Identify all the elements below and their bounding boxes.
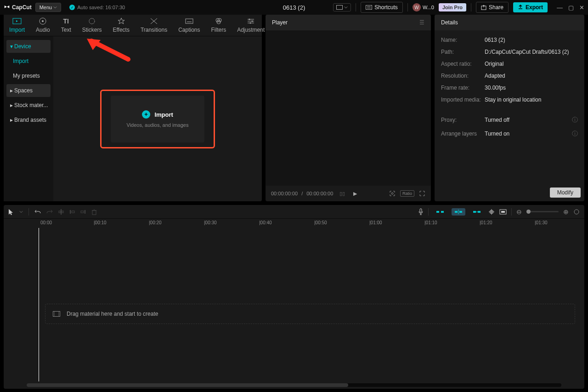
- help-icon[interactable]: ⓘ: [572, 130, 578, 138]
- caret-down-icon: ▾: [10, 43, 13, 50]
- compare-icon[interactable]: ▯▯: [339, 191, 345, 197]
- sidebar-presets[interactable]: My presets: [6, 69, 51, 82]
- divider: [407, 3, 408, 11]
- menu-button[interactable]: Menu: [35, 3, 62, 12]
- delete-button[interactable]: [91, 209, 97, 215]
- ratio-button[interactable]: Ratio: [400, 190, 414, 197]
- svg-rect-29: [455, 211, 458, 213]
- export-button[interactable]: Export: [513, 2, 548, 12]
- tab-adjustment[interactable]: Adjustment: [232, 15, 270, 36]
- undo-button[interactable]: [34, 209, 41, 215]
- autosave-status: ✓ Auto saved: 16:07:30: [69, 5, 125, 10]
- details-panel: Details Name:0613 (2) Path:D:/CapCut/Cap…: [435, 15, 584, 201]
- text-icon: TI: [62, 17, 71, 25]
- stickers-icon: [87, 17, 96, 25]
- linkage[interactable]: [470, 209, 484, 215]
- detail-arrange-value: Turned on: [485, 131, 572, 137]
- detail-aspect-label: Aspect ratio:: [441, 61, 485, 67]
- share-icon: [481, 5, 486, 10]
- split-button[interactable]: [58, 209, 64, 215]
- timeline-toolbar: ⊖ ⊕: [4, 205, 584, 219]
- effects-icon: [117, 17, 126, 25]
- svg-rect-22: [72, 211, 74, 213]
- tab-audio[interactable]: Audio: [30, 15, 56, 36]
- avatar: W: [413, 3, 421, 11]
- detail-name-label: Name:: [441, 37, 485, 43]
- audio-icon: [38, 17, 47, 25]
- sidebar-brand[interactable]: ▸Brand assets: [6, 114, 51, 126]
- join-pro-button[interactable]: Join Pro: [439, 3, 466, 11]
- main-track-magnet[interactable]: [433, 209, 447, 215]
- close-button[interactable]: ✕: [579, 4, 584, 11]
- tab-transitions[interactable]: Transitions: [135, 15, 173, 36]
- clip-preview[interactable]: [499, 209, 507, 215]
- hamburger-icon[interactable]: ☰: [419, 19, 424, 26]
- project-title: 0613 (2): [283, 4, 305, 11]
- tab-filters[interactable]: Filters: [206, 15, 232, 36]
- focus-icon[interactable]: [389, 190, 396, 197]
- details-header: Details: [435, 15, 584, 30]
- cursor-tool[interactable]: [8, 209, 14, 215]
- modify-button[interactable]: Modify: [550, 187, 581, 198]
- redo-button[interactable]: [46, 209, 53, 215]
- scrollbar-thumb[interactable]: [27, 383, 348, 387]
- media-content: + Import Videos, audios, and images: [53, 36, 262, 201]
- timeline-panel: ⊖ ⊕ 00:00 |00:10 |00:20 |00:30 |00:40 |0…: [4, 205, 584, 389]
- zoom-in[interactable]: ⊕: [563, 208, 569, 216]
- sidebar-stock[interactable]: ▸Stock mater...: [6, 99, 51, 112]
- zoom-fit[interactable]: [573, 209, 580, 215]
- annotation-arrow-icon: [85, 39, 130, 66]
- user-badge[interactable]: W W...0: [413, 3, 434, 11]
- detail-aspect-value: Original: [485, 61, 578, 67]
- fullscreen-icon[interactable]: [419, 190, 425, 197]
- svg-rect-32: [478, 211, 481, 213]
- svg-point-17: [391, 193, 393, 194]
- cursor-dropdown[interactable]: [19, 210, 23, 214]
- sidebar-device[interactable]: ▾Device: [6, 40, 51, 53]
- timeline-ruler[interactable]: 00:00 |00:10 |00:20 |00:30 |00:40 |00:50…: [4, 219, 584, 228]
- preview-axis[interactable]: [488, 209, 495, 215]
- tab-captions[interactable]: Captions: [173, 15, 205, 36]
- maximize-button[interactable]: ▢: [568, 4, 574, 11]
- help-icon[interactable]: ⓘ: [572, 116, 578, 124]
- svg-rect-3: [367, 8, 371, 8]
- sidebar-spaces[interactable]: ▸Spaces: [6, 84, 51, 97]
- auto-snap[interactable]: [452, 208, 465, 216]
- tab-stickers[interactable]: Stickers: [77, 15, 107, 36]
- timeline-tracks[interactable]: Drag material here and start to create: [4, 228, 584, 381]
- svg-rect-36: [53, 312, 60, 317]
- tab-text[interactable]: TI Text: [56, 15, 77, 36]
- sidebar-import[interactable]: Import: [6, 55, 51, 68]
- titlebar: CapCut Menu ✓ Auto saved: 16:07:30 0613 …: [0, 0, 588, 15]
- import-dropzone[interactable]: + Import Videos, audios, and images: [100, 90, 215, 148]
- mic-button[interactable]: [418, 208, 424, 216]
- import-icon: [12, 17, 22, 25]
- svg-rect-23: [85, 210, 85, 214]
- shortcuts-button[interactable]: Shortcuts: [361, 2, 403, 13]
- aspect-ratio-button[interactable]: [333, 3, 351, 11]
- zoom-slider[interactable]: [526, 211, 559, 212]
- right-trim-button[interactable]: [80, 209, 86, 215]
- chevron-down-icon: [53, 6, 57, 9]
- tab-effects[interactable]: Effects: [107, 15, 135, 36]
- playhead[interactable]: [39, 228, 39, 381]
- svg-rect-34: [501, 211, 505, 213]
- player-controls: 00:00:00:00 / 00:00:00:00 ▯▯ ▶ Ratio: [266, 186, 431, 201]
- left-trim-button[interactable]: [69, 209, 75, 215]
- svg-rect-20: [62, 211, 63, 213]
- export-icon: [518, 5, 523, 10]
- captions-icon: [185, 17, 194, 25]
- play-button[interactable]: ▶: [353, 191, 357, 197]
- media-sidebar: ▾Device Import My presets ▸Spaces ▸Stock…: [4, 36, 53, 201]
- minimize-button[interactable]: —: [557, 4, 563, 11]
- time-current: 00:00:00:00: [271, 191, 298, 196]
- share-button[interactable]: Share: [476, 2, 509, 13]
- tab-import[interactable]: Import: [4, 15, 30, 36]
- svg-rect-10: [187, 22, 192, 22]
- zoom-out[interactable]: ⊖: [516, 208, 522, 216]
- horizontal-scrollbar[interactable]: [27, 383, 561, 387]
- track-placeholder[interactable]: Drag material here and start to create: [45, 304, 575, 324]
- player-panel: Player ☰ 00:00:00:00 / 00:00:00:00 ▯▯ ▶ …: [266, 15, 431, 201]
- detail-framerate-value: 30.00fps: [485, 85, 578, 91]
- divider: [356, 3, 356, 11]
